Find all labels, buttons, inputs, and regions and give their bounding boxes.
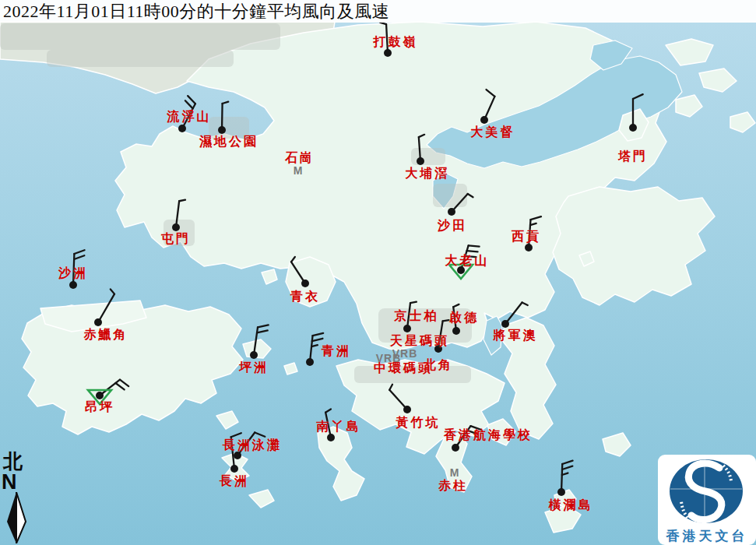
station-沙洲: [69, 250, 85, 289]
page-title: 2022年11月01日11時00分的十分鐘平均風向及風速: [0, 0, 389, 23]
station-dot: [417, 157, 424, 165]
compass-needle-icon: [2, 492, 31, 543]
station-大美督: [480, 90, 494, 124]
station-青衣: [291, 257, 309, 287]
station-坪洲: [250, 325, 269, 359]
wind-map-canvas: 打鼓嶺流浮山濕地公園石崗M大美督大埔滘塔門屯門沙洲沙田西貢大老山青衣赤鱲角昂坪坪…: [0, 0, 756, 545]
station-沙田: [448, 194, 473, 216]
title-bar: 2022年11月01日11時00分的十分鐘平均風向及風速: [0, 0, 756, 23]
wind-barb: [310, 333, 323, 362]
station-dot: [452, 327, 460, 335]
station-赤鱲角: [94, 289, 114, 326]
station-dot: [306, 358, 314, 366]
wind-barb: [237, 432, 265, 455]
wind-barb: [222, 102, 228, 130]
wind-barb: [419, 135, 424, 161]
station-dot: [94, 318, 102, 326]
wind-barb: [291, 257, 305, 283]
station-大老山: [449, 245, 480, 279]
north-letter-label: N: [2, 472, 33, 492]
wind-barb: [254, 325, 269, 355]
station-西貢: [525, 216, 541, 251]
station-dot: [230, 465, 238, 473]
wind-barb: [438, 320, 449, 349]
station-dot: [452, 444, 459, 452]
wind-barb: [505, 302, 528, 324]
station-dot: [403, 325, 411, 332]
station-dot: [69, 281, 77, 289]
wind-barb: [529, 216, 541, 248]
hko-logo: 香港天文台 HONG KONG OBSERVATORY: [658, 455, 756, 545]
north-indicator: 北 N: [2, 452, 33, 545]
station-塔門: [629, 94, 643, 132]
wind-barb: [182, 96, 195, 128]
wind-barb: [407, 302, 417, 329]
station-dot: [327, 434, 335, 441]
wind-barb: [325, 409, 331, 438]
hko-logo-icon: [658, 455, 756, 526]
wind-barb: [380, 23, 388, 53]
station-dot: [250, 351, 258, 359]
wind-barb: [389, 385, 407, 410]
station-香港航海學校: [452, 426, 481, 452]
station-dot: [434, 345, 442, 353]
station-dot: [96, 392, 104, 399]
station-dot: [629, 124, 637, 132]
station-dot: [501, 320, 509, 328]
station-青洲: [306, 333, 323, 366]
wind-barb: [73, 250, 85, 285]
station-dot: [480, 116, 488, 124]
station-dot: [218, 126, 226, 134]
station-黃竹坑: [389, 385, 411, 413]
station-橫瀾島: [557, 461, 573, 496]
station-屯門: [172, 200, 185, 231]
station-京士柏: [403, 302, 417, 332]
station-打鼓嶺: [380, 23, 392, 57]
station-dot: [384, 49, 392, 57]
station-dot: [172, 223, 180, 231]
hko-logo-chinese: 香港天文台: [658, 527, 756, 545]
station-dot: [557, 488, 565, 496]
wind-barb: [231, 433, 241, 469]
wind-barb: [453, 304, 459, 331]
station-南丫島: [325, 409, 335, 441]
wind-barb: [100, 380, 128, 396]
station-昂坪: [88, 380, 128, 404]
station-長洲泳灘: [234, 432, 265, 459]
station-啟德: [452, 304, 460, 335]
wind-barb: [176, 200, 185, 227]
station-dot: [403, 406, 411, 413]
wind-barb: [452, 194, 473, 212]
station-北角: [434, 320, 449, 353]
north-hanzi-label: 北: [2, 452, 33, 472]
wind-barb: [561, 461, 573, 492]
station-dot: [178, 125, 186, 132]
station-流浮山: [178, 96, 195, 132]
wind-barb: [98, 289, 114, 322]
station-layer: [0, 0, 756, 545]
station-dot: [301, 280, 309, 287]
station-dot: [448, 208, 455, 216]
wind-barb: [633, 94, 643, 128]
wind-barb: [484, 90, 494, 120]
station-dot: [457, 266, 465, 274]
wind-barb: [455, 426, 481, 448]
station-dot: [525, 244, 533, 251]
station-大埔滘: [417, 135, 424, 165]
station-dot: [234, 452, 241, 459]
station-濕地公園: [218, 102, 228, 134]
station-將軍澳: [501, 302, 528, 328]
